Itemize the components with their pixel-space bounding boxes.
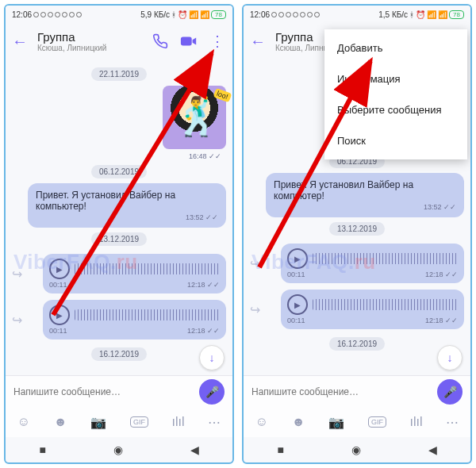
voice-duration: 00:11	[49, 327, 67, 335]
status-dot-icon	[293, 12, 298, 17]
status-dot-icon	[307, 12, 313, 17]
read-ticks-icon: ✓✓	[445, 270, 458, 278]
msg-time: 12:18	[187, 327, 205, 335]
status-dot-icon	[62, 12, 67, 17]
waveform	[313, 299, 458, 310]
alarm-icon: ⏰	[178, 10, 187, 19]
back-button[interactable]: ←	[12, 33, 28, 51]
status-dot-icon	[314, 12, 320, 17]
emoji-icon[interactable]: ☻	[54, 415, 67, 429]
date-chip: 16.12.2019	[91, 347, 147, 361]
mic-button[interactable]: 🎤	[437, 379, 463, 405]
alarm-icon: ⏰	[416, 10, 425, 19]
more-tools-icon[interactable]: ⋯	[208, 415, 221, 430]
svg-rect-0	[181, 37, 192, 46]
chat-title: Группа	[37, 30, 152, 44]
play-button[interactable]: ▶	[287, 294, 308, 315]
audio-bars-icon[interactable]: ılıl	[172, 415, 185, 429]
read-ticks-icon: ✓✓	[445, 316, 458, 324]
bluetooth-icon: ᚼ	[409, 10, 414, 19]
status-dot-icon	[48, 12, 53, 17]
status-dot-icon	[286, 12, 291, 17]
date-chip: 16.12.2019	[329, 337, 385, 351]
status-dot-icon	[300, 12, 305, 17]
input-bar: 🎤	[6, 375, 232, 407]
bluetooth-icon: ᚼ	[171, 10, 176, 19]
audio-bars-icon[interactable]: ılıl	[410, 415, 423, 429]
video-call-button[interactable]	[180, 33, 198, 50]
phone-right: 12:06 1,5 КБ/с ᚼ ⏰ 📶 📶 78 ← Группа Ксюша…	[242, 4, 472, 464]
emoji-icon[interactable]: ☻	[292, 415, 305, 429]
read-ticks-icon: ✓✓	[207, 327, 220, 335]
scroll-down-button[interactable]: ↓	[199, 345, 225, 370]
recent-apps-button[interactable]: ■	[277, 443, 283, 456]
android-navbar: ■ ◉ ◀	[244, 437, 470, 462]
clock: 12:06	[12, 10, 32, 19]
camera-icon[interactable]: 📷	[328, 415, 344, 430]
overflow-menu: Добавить Информация Выберите сообщения П…	[324, 29, 467, 159]
title-block[interactable]: Группа Ксюша, Липницкий	[37, 30, 152, 52]
wifi-icon: 📶	[438, 10, 447, 19]
status-dot-icon	[76, 12, 82, 17]
msg-time: 12:18	[425, 270, 443, 278]
msg-time: 12:18	[425, 316, 443, 324]
android-navbar: ■ ◉ ◀	[6, 437, 232, 462]
forward-icon[interactable]: ↪	[250, 302, 260, 317]
annotation-arrow	[259, 148, 418, 278]
chat-subtitle: Ксюша, Липницкий	[37, 44, 152, 52]
back-nav-button[interactable]: ◀	[428, 443, 437, 456]
forward-icon[interactable]: ↪	[12, 313, 22, 328]
menu-item-info[interactable]: Информация	[324, 63, 467, 94]
back-button[interactable]: ←	[250, 33, 266, 51]
status-dot-icon	[69, 12, 75, 17]
chat-header: ← Группа Ксюша, Липницкий ⋮	[6, 23, 232, 59]
sticker-badge: loo!	[213, 88, 232, 102]
scroll-down-button[interactable]: ↓	[437, 345, 463, 370]
forward-icon[interactable]: ↪	[12, 267, 22, 282]
signal-icon: 📶	[427, 10, 436, 19]
signal-icon: 📶	[189, 10, 198, 19]
input-bar: 🎤	[244, 375, 470, 407]
menu-item-add[interactable]: Добавить	[324, 33, 467, 63]
voice-message[interactable]: ▶ 00:1112:18 ✓✓	[281, 290, 464, 329]
read-ticks-icon: ✓✓	[443, 203, 456, 211]
annotation-arrow	[53, 172, 228, 326]
read-ticks-icon: ✓✓	[209, 152, 221, 160]
more-tools-icon[interactable]: ⋯	[446, 415, 459, 430]
sticker-icon[interactable]: ☺	[255, 415, 268, 429]
camera-icon[interactable]: 📷	[90, 415, 106, 430]
sticker-icon[interactable]: ☺	[17, 415, 30, 429]
status-dot-icon	[278, 12, 284, 17]
status-dot-icon	[33, 12, 39, 17]
tool-row: ☺ ☻ 📷 GIF ılıl ⋯	[244, 407, 470, 437]
gif-icon[interactable]: GIF	[368, 416, 386, 428]
message-input[interactable]	[251, 386, 437, 397]
battery-icon: 78	[449, 10, 464, 19]
recent-apps-button[interactable]: ■	[39, 443, 45, 456]
wifi-icon: 📶	[200, 10, 209, 19]
status-bar: 12:06 1,5 КБ/с ᚼ ⏰ 📶 📶 78	[244, 6, 470, 23]
battery-icon: 78	[211, 10, 226, 19]
message-input[interactable]	[13, 386, 199, 397]
voice-duration: 00:11	[287, 316, 305, 324]
status-dot-icon	[55, 12, 60, 17]
gif-icon[interactable]: GIF	[130, 416, 148, 428]
net-speed: 1,5 КБ/с	[378, 10, 408, 19]
home-button[interactable]: ◉	[113, 443, 123, 456]
msg-time: 16:48	[189, 152, 207, 160]
more-button[interactable]: ⋮	[209, 33, 226, 50]
home-button[interactable]: ◉	[351, 443, 361, 456]
status-dot-icon	[40, 12, 46, 17]
clock: 12:06	[250, 10, 270, 19]
back-nav-button[interactable]: ◀	[190, 443, 199, 456]
phone-left: 12:06 5,9 КБ/с ᚼ ⏰ 📶 📶 78 ← Группа Ксюша…	[4, 4, 234, 464]
date-chip: 22.11.2019	[91, 67, 147, 81]
mic-button[interactable]: 🎤	[199, 379, 225, 405]
status-bar: 12:06 5,9 КБ/с ᚼ ⏰ 📶 📶 78	[6, 6, 232, 23]
msg-time: 13:52	[424, 203, 442, 211]
tool-row: ☺ ☻ 📷 GIF ılıl ⋯	[6, 407, 232, 437]
call-button[interactable]	[152, 33, 169, 50]
status-dot-icon	[271, 12, 277, 17]
net-speed: 5,9 КБ/с	[140, 10, 170, 19]
